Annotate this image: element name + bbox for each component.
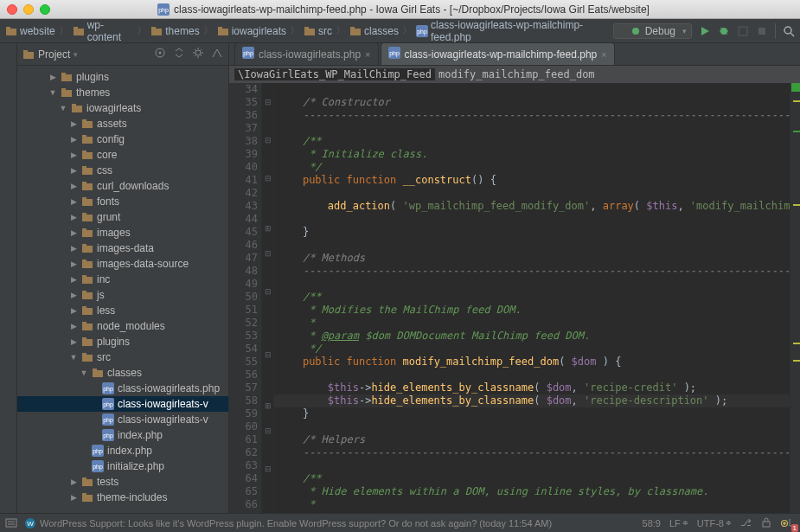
- status-message[interactable]: W WordPress Support: Looks like it's Wor…: [24, 517, 552, 529]
- editor-breadcrumb[interactable]: \IowaGirlEats_WP_MailChimp_Feed modify_m…: [229, 66, 800, 83]
- hide-icon[interactable]: [211, 47, 223, 61]
- minimize-icon[interactable]: [23, 4, 34, 15]
- tree-folder[interactable]: ▶core: [17, 147, 228, 163]
- breadcrumb-item[interactable]: wp-content: [73, 19, 134, 43]
- tree-folder[interactable]: ▶plugins: [17, 69, 228, 85]
- line-separator[interactable]: LF ≑: [669, 518, 688, 529]
- chevron-down-icon[interactable]: ▾: [74, 50, 78, 59]
- tree-folder[interactable]: ▶config: [17, 131, 228, 147]
- fold-toggle-icon[interactable]: ⊟: [262, 425, 273, 438]
- fold-column[interactable]: ⊟⊟⊟⊞⊟⊟⊟⊞⊟⊟: [262, 83, 274, 513]
- tree-folder[interactable]: ▶plugins: [17, 334, 228, 349]
- breadcrumb-function[interactable]: modify_mailchimp_feed_dom: [435, 68, 598, 80]
- breadcrumb-item[interactable]: themes: [150, 25, 199, 37]
- tree-folder[interactable]: ▶node_modules: [17, 318, 228, 334]
- editor-tabs[interactable]: phpclass-iowagirleats.php×phpclass-iowag…: [229, 43, 800, 66]
- breadcrumb-item[interactable]: src: [304, 25, 332, 37]
- editor-tab[interactable]: phpclass-iowagirleats-wp-mailchimp-feed.…: [381, 42, 615, 65]
- disclosure-arrow-icon[interactable]: ▶: [69, 244, 78, 253]
- lock-icon[interactable]: [760, 516, 772, 530]
- breadcrumb-item[interactable]: phpclass-iowagirleats-wp-mailchimp-feed.…: [416, 19, 610, 43]
- tree-folder[interactable]: ▶fonts: [17, 194, 228, 209]
- tree-file[interactable]: phpclass-iowagirleats-v: [17, 412, 228, 427]
- fold-toggle-icon[interactable]: ⊞: [262, 222, 273, 235]
- scroll-from-source-icon[interactable]: [154, 47, 166, 61]
- code-text[interactable]: /* Constructor -------------------------…: [274, 83, 790, 513]
- git-branch-icon[interactable]: ⎇: [740, 517, 752, 529]
- warning-mark[interactable]: [793, 204, 800, 206]
- disclosure-arrow-icon[interactable]: ▶: [69, 478, 78, 486]
- tree-folder[interactable]: ▶images-data: [17, 240, 228, 256]
- disclosure-arrow-icon[interactable]: ▶: [69, 119, 78, 128]
- event-log-icon[interactable]: [5, 516, 17, 530]
- disclosure-arrow-icon[interactable]: ▶: [69, 166, 78, 175]
- gear-icon[interactable]: [192, 47, 204, 61]
- highlight-mark[interactable]: [793, 131, 800, 132]
- disclosure-arrow-icon[interactable]: ▶: [69, 228, 78, 237]
- tree-folder[interactable]: ▶css: [17, 163, 228, 178]
- tree-file[interactable]: phpinitialize.php: [17, 458, 228, 474]
- run-config-select[interactable]: Debug: [613, 23, 692, 39]
- editor-tab[interactable]: phpclass-iowagirleats.php×: [234, 42, 379, 65]
- disclosure-arrow-icon[interactable]: ▶: [69, 260, 78, 268]
- breadcrumb[interactable]: website〉wp-content〉themes〉iowagirleats〉s…: [5, 19, 610, 43]
- fold-toggle-icon[interactable]: ⊟: [262, 349, 273, 362]
- maximize-icon[interactable]: [40, 4, 50, 15]
- breadcrumb-namespace[interactable]: \IowaGirlEats_WP_MailChimp_Feed: [234, 68, 435, 80]
- disclosure-arrow-icon[interactable]: ▶: [69, 151, 78, 159]
- coverage-icon[interactable]: [737, 25, 749, 37]
- tree-folder[interactable]: ▶assets: [17, 116, 228, 131]
- fold-toggle-icon[interactable]: ⊟: [262, 171, 273, 184]
- inspector-icon[interactable]: 1: [781, 516, 795, 530]
- caret-position[interactable]: 58:9: [643, 518, 661, 529]
- fold-toggle-icon[interactable]: ⊟: [262, 285, 273, 298]
- disclosure-arrow-icon[interactable]: ▼: [59, 104, 67, 112]
- disclosure-arrow-icon[interactable]: ▶: [69, 322, 78, 330]
- tree-file[interactable]: phpclass-iowagirleats.php: [17, 381, 228, 396]
- tree-folder[interactable]: ▶curl_downloads: [17, 178, 228, 194]
- file-encoding[interactable]: UTF-8 ≑: [697, 518, 732, 529]
- disclosure-arrow-icon[interactable]: ▼: [48, 88, 57, 97]
- tree-folder[interactable]: ▶tests: [17, 474, 228, 490]
- disclosure-arrow-icon[interactable]: ▼: [80, 369, 88, 377]
- tree-folder[interactable]: ▶inc: [17, 272, 228, 287]
- debug-button-icon[interactable]: [718, 25, 730, 37]
- close-tab-icon[interactable]: ×: [365, 49, 370, 60]
- tree-folder[interactable]: ▶less: [17, 303, 228, 318]
- fold-toggle-icon[interactable]: ⊟: [262, 463, 273, 476]
- disclosure-arrow-icon[interactable]: ▶: [69, 291, 78, 299]
- fold-toggle-icon[interactable]: ⊞: [262, 400, 273, 413]
- tree-folder[interactable]: ▶js: [17, 287, 228, 303]
- search-icon[interactable]: [783, 25, 795, 37]
- warning-mark[interactable]: [793, 360, 800, 362]
- disclosure-arrow-icon[interactable]: ▶: [69, 493, 78, 502]
- left-tool-strip[interactable]: [0, 43, 17, 513]
- disclosure-arrow-icon[interactable]: ▶: [69, 337, 78, 346]
- line-number-gutter[interactable]: 3435363738394041424344454647484950515253…: [229, 83, 262, 513]
- tree-folder[interactable]: ▶grunt: [17, 209, 228, 225]
- disclosure-arrow-icon[interactable]: ▶: [69, 182, 78, 190]
- disclosure-arrow-icon[interactable]: ▶: [69, 197, 78, 206]
- collapse-all-icon[interactable]: [173, 47, 185, 61]
- warning-mark[interactable]: [793, 100, 800, 102]
- run-button-icon[interactable]: [699, 25, 711, 37]
- disclosure-arrow-icon[interactable]: ▶: [48, 73, 57, 81]
- close-icon[interactable]: [7, 4, 17, 15]
- fold-toggle-icon[interactable]: ⊟: [262, 247, 273, 260]
- tree-file[interactable]: phpclass-iowagirleats-v: [17, 396, 228, 412]
- tree-folder[interactable]: ▼iowagirleats: [17, 100, 228, 116]
- tree-folder[interactable]: ▼classes: [17, 365, 228, 381]
- disclosure-arrow-icon[interactable]: ▼: [69, 353, 78, 362]
- tree-folder[interactable]: ▶theme-includes: [17, 490, 228, 505]
- breadcrumb-item[interactable]: iowagirleats: [217, 25, 286, 37]
- disclosure-arrow-icon[interactable]: ▶: [69, 135, 78, 144]
- tree-folder[interactable]: ▶images-data-source: [17, 256, 228, 272]
- warning-mark[interactable]: [793, 343, 800, 344]
- breadcrumb-item[interactable]: classes: [349, 25, 399, 37]
- fold-toggle-icon[interactable]: ⊟: [262, 96, 273, 109]
- tree-file[interactable]: phpindex.php: [17, 443, 228, 458]
- disclosure-arrow-icon[interactable]: ▶: [69, 306, 78, 315]
- stop-icon[interactable]: [756, 25, 768, 37]
- tree-folder[interactable]: ▼themes: [17, 85, 228, 100]
- code-editor[interactable]: 3435363738394041424344454647484950515253…: [229, 83, 800, 513]
